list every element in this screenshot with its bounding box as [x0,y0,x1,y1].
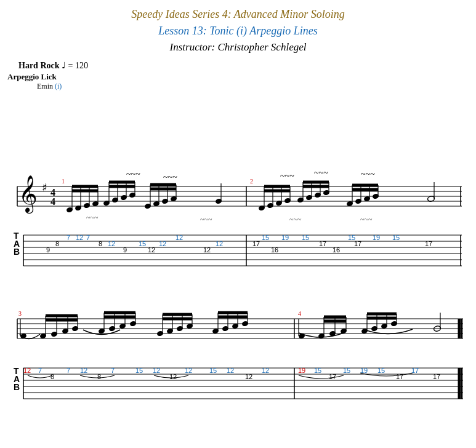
trill-m2-1: ~~~ [280,172,294,181]
slur-m4-2 [363,329,413,334]
tab-num: 17 [425,240,432,247]
emin-text: Emin [37,82,53,90]
tab-num: 12 [153,367,160,374]
tab-num: 8 [55,240,59,247]
header-line1: Speedy Ideas Series 4: Advanced Minor So… [0,6,476,23]
tab-num: 15 [343,367,350,374]
tab-num: 17 [396,373,403,380]
header-line2: Lesson 13: Tonic (i) Arpeggio Lines [0,23,476,39]
staff2: 3 4 [17,310,463,339]
tab-num: 12 [108,240,115,247]
tab-num: 12 [203,246,211,254]
tab-num: 9 [46,246,50,254]
time-sig-bottom: 4 [50,196,55,207]
emin-i: (i) [55,82,62,90]
tab-num: 15 [262,234,269,241]
tab-num: 16 [271,246,278,254]
tab-num: 19 [360,367,368,374]
tab-num: 12 [23,367,31,374]
header: Speedy Ideas Series 4: Advanced Minor So… [0,0,476,55]
tab-num: 7 [67,367,70,374]
tab-num: 17 [252,240,260,247]
measure-4: 4 [298,310,301,317]
tab-num: 17 [319,240,326,247]
tab-num: 8 [97,373,101,380]
measure-3: 3 [18,310,22,317]
tab-num: 8 [99,240,102,247]
tab-num: 12 [262,367,269,374]
tab-num: 15 [348,234,355,241]
tab-num: 19 [298,367,305,374]
tab-num: 8 [50,373,54,380]
tab-num: 12 [159,240,166,247]
tab-num: 15 [209,367,217,374]
tab-b-2: B [14,382,20,392]
tab-num: 15 [377,367,385,374]
tab-b: B [14,247,20,257]
tempo-style: Hard Rock [18,61,60,70]
trill-2: ~~~ [163,173,177,182]
emin-label: Emin (i) [37,82,476,91]
tab-num: 15 [139,240,146,247]
key-signature: ♯ [42,182,47,194]
tab-num: 12 [80,367,87,374]
tab-num: 19 [373,234,380,241]
tab-num: 15 [302,234,309,241]
measure-1: 1 [62,178,65,185]
treble-clef: 𝄞 [18,175,38,214]
tab-num: 12 [76,234,83,241]
tab-num: 17 [411,367,419,374]
tab-slur-1 [28,375,52,378]
tab-num: 16 [333,246,340,254]
trill-below-2: ~~~ [200,215,212,224]
tab-num: 12 [185,367,192,374]
trill-below-m2-1: ~~~ [289,215,302,224]
tab-num: 12 [169,373,177,380]
trill-below-1: ~~~ [86,214,99,222]
trill-m2-3: ~~~ [361,170,375,179]
tempo-bpm: = 120 [68,61,88,70]
page: Speedy Ideas Series 4: Advanced Minor So… [0,0,476,448]
tab-num: 7 [86,234,90,241]
tab-staff-2: T A B 12 [14,366,463,399]
tab-slur-m4-1 [299,375,344,378]
tempo-section: Hard Rock ♩ = 120 [18,60,476,71]
tab-num: 15 [392,234,400,241]
tab-num: 19 [281,234,289,241]
note-symbol: ♩ [62,61,66,70]
header-line3: Instructor: Christopher Schlegel [0,39,476,55]
tab-staff-1: T A B 7 12 7 8 8 9 9 12 [14,231,462,266]
tab-num: 17 [433,373,440,380]
trill-1: ~~~ [126,170,140,179]
tab-num: 12 [175,234,183,241]
tab-num: 12 [216,240,223,247]
measure-2: 2 [250,178,253,185]
arpeggio-label: Arpeggio Lick [7,72,476,82]
tab-num: 12 [148,246,155,254]
tab-num: 12 [227,367,234,374]
tab-num: 9 [123,246,127,254]
tab-num: 17 [329,373,336,380]
music-notation: 𝄞 ♯ 4 4 1 2 [6,91,470,448]
tab-num: 12 [245,373,252,380]
tab-num: 7 [38,367,42,374]
tab-num: 7 [67,234,70,241]
tab-num: 15 [135,367,143,374]
trill-m2-2: ~~~ [314,169,328,178]
trill-below-m2-2: ~~~ [360,215,373,224]
tab-num: 7 [111,367,115,374]
tab-num: 15 [314,367,321,374]
staff1: 𝄞 ♯ 4 4 1 2 [17,169,462,224]
